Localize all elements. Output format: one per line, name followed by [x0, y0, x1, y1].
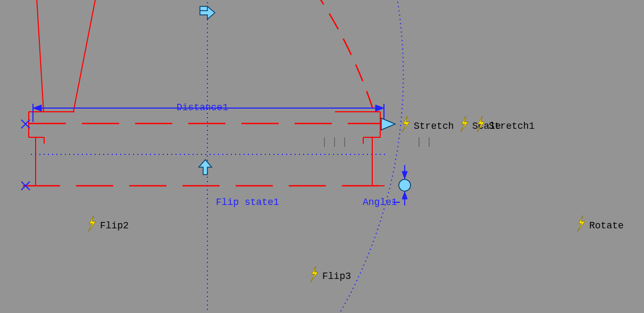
action-flip3-label: Flip3: [322, 271, 351, 282]
tick-marks: [324, 137, 429, 147]
flip-grip-down[interactable]: [200, 6, 215, 19]
svg-line-1: [73, 0, 97, 112]
action-stretch1-label: Stretch1: [489, 121, 534, 131]
svg-marker-21: [33, 105, 41, 111]
action-stretch-label: Stretch: [414, 121, 454, 131]
svg-marker-22: [375, 105, 384, 111]
action-flip2-label: Flip2: [100, 220, 129, 231]
angle-parameter-arc: [333, 0, 403, 313]
action-rotate[interactable]: Rotate: [578, 216, 624, 232]
flip-grip-up[interactable]: [199, 160, 212, 175]
svg-marker-34: [381, 118, 395, 130]
block-geometry: [23, 0, 384, 186]
action-flip3[interactable]: Flip3: [311, 266, 351, 282]
svg-marker-26: [402, 171, 407, 179]
svg-point-35: [399, 179, 411, 191]
angle1-label: Angle1: [363, 197, 397, 208]
stretch-grip[interactable]: [381, 118, 395, 130]
svg-line-0: [36, 0, 44, 112]
action-stretch[interactable]: Stretch: [402, 116, 454, 132]
angle-grip[interactable]: [399, 179, 411, 191]
svg-marker-28: [402, 192, 407, 199]
action-flip2[interactable]: Flip2: [88, 216, 129, 232]
action-rotate-label: Rotate: [589, 220, 624, 231]
flip-state1-label: Flip state1: [216, 197, 279, 208]
block-editor-canvas[interactable]: Stretch Scale Stretch1 Flip2 Flip3 Rotat…: [0, 0, 644, 313]
distance1-label: Distance1: [177, 102, 228, 113]
